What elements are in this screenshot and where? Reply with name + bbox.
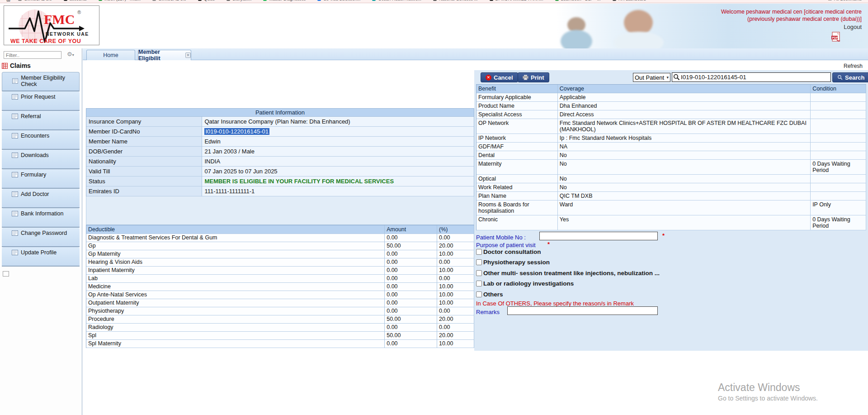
benefit-row: Formulary Applicable Applicable [476, 93, 866, 102]
bookmark-item[interactable]: HR dashboard [613, 0, 646, 1]
sidebar: ⚙▾ Claims [0, 48, 82, 415]
purpose-required-mark: * [547, 241, 550, 248]
sidebar-item[interactable]: Downloads [2, 150, 80, 169]
print-button[interactable]: Print [518, 72, 549, 82]
bookmark-favicon [372, 0, 376, 1]
deductible-row: Diagnostic & Treatment Services For Dent… [86, 234, 474, 242]
checkbox[interactable] [476, 259, 482, 265]
bookmark-item[interactable]: National Genetics ... [433, 0, 478, 1]
deductible-row: Gp Maternity 0.00 10.00 [86, 250, 474, 258]
checkbox[interactable] [476, 270, 482, 276]
bookmark-item[interactable]: accounts [64, 0, 87, 1]
purpose-option[interactable]: Doctor consultation [476, 248, 541, 255]
deductible-table: Deductible Amount (%) Diagnostic & Treat… [86, 225, 474, 348]
bookmark-item[interactable]: GlinksUAE 3.0 [18, 0, 52, 1]
chevron-down-icon: ▾ [666, 75, 669, 80]
sidebar-item[interactable]: Update Profile [2, 247, 80, 267]
tab-close-icon[interactable]: ✕ [185, 52, 191, 58]
benefit-row: OP Network Fmc Standard Network Clinics+… [476, 119, 866, 134]
visit-type-select[interactable]: Out Patient ▾ [633, 73, 670, 82]
purpose-option[interactable]: Other multi- session treatment like inje… [476, 270, 660, 277]
sidebar-section-claims[interactable]: Claims [2, 62, 31, 69]
checkbox[interactable] [476, 249, 482, 255]
mobile-required-mark: * [662, 232, 665, 239]
deductible-row: Lab 0.00 0.00 [86, 275, 474, 283]
sidebar-item[interactable]: Bank Information [2, 208, 80, 228]
benefit-row: Plan Name QIC TM DXB [476, 192, 866, 200]
eligibility-result-panel: ✕ Cancel Print Out Patient ▾ [474, 70, 868, 351]
sidebar-filter-input[interactable] [4, 51, 61, 59]
pdf-export-icon[interactable]: PDF [831, 32, 841, 44]
svg-text:FMC: FMC [44, 12, 75, 27]
patient-info-row: Nationality INDIA [86, 157, 474, 167]
benefit-row: Work Related No [476, 183, 866, 192]
benefit-row: Rooms & Boards for hospitalisation Ward … [476, 200, 866, 215]
benefit-row: IP Network Ip : Fmc Standard Network Hos… [476, 134, 866, 143]
purpose-label: Purpose of patient visit [476, 242, 536, 248]
member-search-input[interactable] [681, 74, 826, 81]
bookmark-item[interactable]: Inbox (127) - mfa... [99, 0, 141, 1]
cancel-button[interactable]: ✕ Cancel [481, 72, 518, 82]
checkbox[interactable] [476, 291, 482, 297]
mobile-input[interactable] [539, 232, 658, 240]
purpose-option[interactable]: Lab or radiology investigations [476, 280, 574, 287]
sidebar-item[interactable]: Change Password [2, 228, 80, 247]
tab-member-eligibility[interactable]: Member Eligibilit ✕ [138, 50, 191, 60]
patient-info-row: Valid Till 07 Jan 2025 to 07 Jun 2025 [86, 167, 474, 176]
sidebar-item[interactable]: Encounters [2, 130, 80, 150]
deductible-row: Outpatient Maternity 0.00 10.00 [86, 299, 474, 307]
search-button[interactable]: Search [832, 72, 868, 82]
logout-link[interactable]: Logout [844, 24, 862, 30]
bookmark-item[interactable]: Dr MOHAMMED FARH... [490, 0, 543, 1]
patient-info-filler [86, 196, 474, 225]
purpose-option[interactable]: Physiotherapy session [476, 259, 550, 266]
form-icon [12, 172, 18, 177]
refresh-link[interactable]: Refresh [844, 63, 863, 69]
purpose-option[interactable]: Others [476, 291, 503, 298]
svg-text:PDF: PDF [832, 36, 838, 39]
deductible-row: Procedure 50.00 20.00 [86, 315, 474, 324]
tab-home[interactable]: Home [86, 50, 135, 60]
benefit-row: GDF/MAF NA [476, 143, 866, 151]
form-icon [12, 250, 18, 255]
bookmark-item[interactable]: Ocean Health Netwo... [372, 0, 421, 1]
deductible-row: Gp 50.00 20.00 [86, 242, 474, 250]
sidebar-item[interactable]: Formulary [2, 169, 80, 189]
claims-grid-icon [2, 63, 8, 69]
form-icon [12, 191, 18, 197]
form-icon [12, 230, 18, 236]
sidebar-item[interactable]: Member Eligibility Check [2, 72, 80, 91]
sidebar-item[interactable]: Prior Request [2, 91, 80, 111]
benefit-header-row: Benefit Coverage Condition [476, 85, 866, 93]
benefit-table: Benefit Coverage Condition Formulary App… [476, 84, 866, 230]
remarks-input[interactable] [507, 306, 658, 315]
bookmark-item[interactable]: Quizz [198, 0, 215, 1]
deductible-row: Radiology 0.00 0.00 [86, 324, 474, 332]
bookmark-item[interactable]: Learnbook - DLP - ... [555, 0, 601, 1]
gear-icon[interactable]: ⚙▾ [67, 51, 74, 57]
patient-info-row: Member Name Edwin [86, 137, 474, 147]
bookmark-favicon [198, 0, 202, 1]
patient-info-row: Insurance Company Qatar Insurance Compan… [86, 117, 474, 127]
bookmark-favicon [490, 0, 493, 1]
apps-grid-icon[interactable]: ⊞ [6, 0, 10, 3]
form-icon [12, 133, 18, 138]
bookmark-favicon [317, 0, 321, 1]
bookmark-item[interactable]: Storytell... [226, 0, 251, 1]
activate-windows-watermark: Activate Windows [718, 382, 800, 394]
sidebar-item[interactable]: Add Doctor [2, 189, 80, 208]
bookmark-favicon [18, 0, 22, 1]
form-icon [12, 211, 18, 216]
deductible-row: Physiotherapy 0.00 0.00 [86, 307, 474, 315]
bookmark-favicon [152, 0, 156, 1]
bookmark-item[interactable]: Us Visa Selection... [317, 0, 360, 1]
printer-icon [523, 75, 528, 80]
welcome-message: Welcome peshawar medical cen [citicare m… [609, 8, 862, 23]
patient-info-title: Patient Information [86, 109, 474, 117]
all-bookmarks-button[interactable]: 🗀 All Bookmarks [828, 0, 862, 1]
bookmark-favicon [64, 0, 67, 1]
bookmark-item[interactable]: Master Diagnostics [263, 0, 306, 1]
checkbox[interactable] [476, 281, 482, 286]
sidebar-item[interactable]: Referral [2, 111, 80, 130]
bookmark-item[interactable]: GlinksUAE 3.0 [152, 0, 186, 1]
